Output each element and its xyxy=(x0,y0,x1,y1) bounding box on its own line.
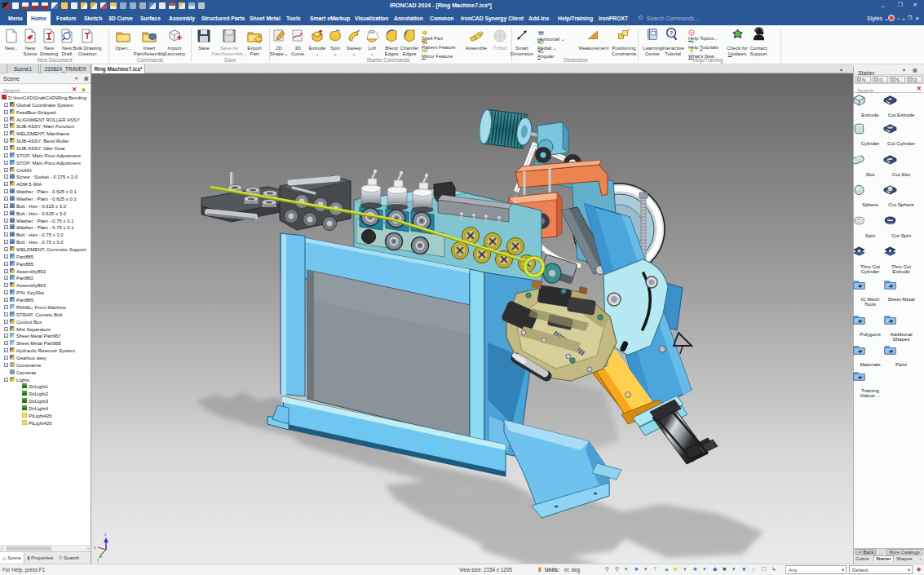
svg-text:?: ? xyxy=(670,29,673,37)
